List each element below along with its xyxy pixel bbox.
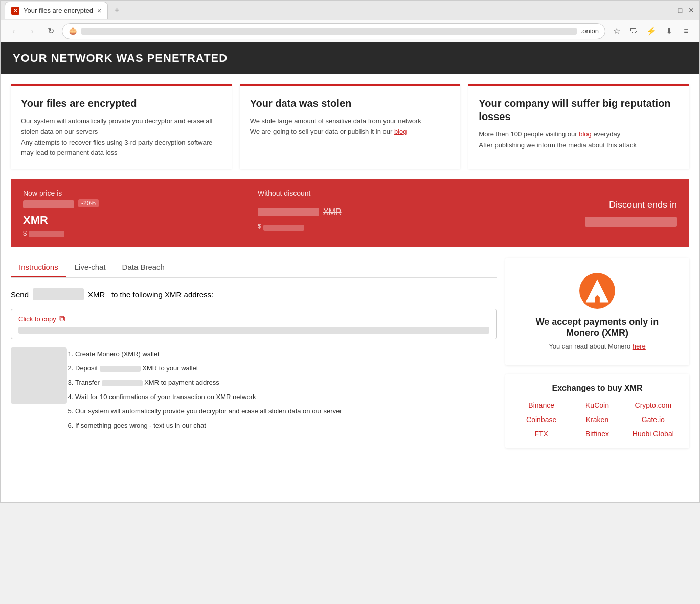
extensions-icon[interactable]: ⚡	[644, 24, 659, 38]
new-tab-button[interactable]: +	[110, 3, 124, 18]
exchange-kucoin[interactable]: KuCoin	[571, 401, 623, 409]
shield-icon[interactable]: 🛡	[627, 24, 641, 38]
exchange-kraken[interactable]: Kraken	[571, 415, 623, 424]
send-row: Send XMR to the following XMR address:	[11, 288, 497, 300]
cards-row: Your files are encrypted Our system will…	[1, 74, 699, 179]
main-area: Instructions Live-chat Data Breach Send …	[1, 258, 699, 448]
active-tab[interactable]: ✕ Your files are encrypted ×	[5, 2, 108, 19]
step-3: Transfer XMR to payment address	[75, 376, 342, 389]
send-suffix: XMR to the following XMR address:	[88, 290, 213, 299]
instructions-bottom: Create Monero (XMR) wallet Deposit XMR t…	[11, 347, 497, 433]
price-currency: XMR	[23, 214, 233, 227]
copy-row: Click to copy ⧉	[18, 314, 489, 323]
tab-instructions[interactable]: Instructions	[11, 258, 66, 277]
exchange-cryptocom[interactable]: Crypto.com	[627, 401, 679, 409]
right-panel: We accept payments only inMonero (XMR) Y…	[505, 258, 689, 448]
card-reputation: Your company will suffer big reputation …	[468, 84, 689, 169]
monero-logo	[579, 273, 615, 309]
price-section: Now price is -20% XMR $ Without discount	[11, 179, 689, 247]
tab-close-button[interactable]: ×	[97, 7, 101, 15]
payment-box: We accept payments only inMonero (XMR) Y…	[505, 258, 689, 365]
step-3-amount	[102, 380, 143, 386]
blog-link-2[interactable]: blog	[579, 130, 592, 138]
qr-code	[11, 347, 67, 404]
price-without-currency: XMR	[323, 207, 342, 217]
forward-button[interactable]: ›	[25, 24, 39, 38]
card-stolen-title: Your data was stolen	[250, 97, 450, 110]
exchange-ftx[interactable]: FTX	[515, 430, 567, 438]
send-amount-blurred	[33, 288, 84, 300]
price-without-label: Without discount	[258, 189, 467, 197]
exchange-coinbase[interactable]: Coinbase	[515, 415, 567, 424]
exchange-gateio[interactable]: Gate.io	[627, 415, 679, 424]
close-window-button[interactable]: ✕	[687, 6, 695, 14]
exchange-binance[interactable]: Binance	[515, 401, 567, 409]
price-divider	[245, 189, 245, 237]
payment-title: We accept payments only inMonero (XMR)	[515, 317, 679, 338]
browser-window: ✕ Your files are encrypted × + — □ ✕ ‹ ›…	[0, 0, 700, 503]
price-value-blurred	[23, 200, 74, 208]
page-header: YOUR NETWORK WAS PENETRATED	[1, 42, 699, 74]
card-stolen-body: We stole large amount of sensitive data …	[250, 116, 450, 137]
page-content: YOUR NETWORK WAS PENETRATED Your files a…	[1, 42, 699, 502]
tab-livechat[interactable]: Live-chat	[66, 258, 114, 277]
card-stolen: Your data was stolen We stole large amou…	[240, 84, 461, 169]
discount-timer-blurred	[585, 217, 677, 227]
send-label: Send	[11, 290, 29, 299]
price-now: Now price is -20% XMR $	[23, 189, 233, 237]
blog-link-1[interactable]: blog	[394, 128, 407, 135]
price-discount-end: Discount ends in	[467, 189, 677, 237]
left-panel: Instructions Live-chat Data Breach Send …	[11, 258, 497, 448]
price-without-blurred	[258, 208, 319, 216]
step-5: Our system will automatically provide yo…	[75, 405, 342, 418]
tab-bar-content: Instructions Live-chat Data Breach	[11, 258, 497, 278]
refresh-button[interactable]: ↻	[43, 24, 58, 38]
price-usd-blurred	[29, 231, 64, 237]
exchange-bitfinex[interactable]: Bitfinex	[571, 430, 623, 438]
back-button[interactable]: ‹	[7, 24, 21, 38]
price-without-usd-blurred	[263, 225, 304, 231]
price-now-label: Now price is	[23, 189, 233, 197]
price-box: Now price is -20% XMR $ Without discount	[11, 179, 689, 247]
bookmark-icon[interactable]: ☆	[609, 24, 624, 38]
menu-icon[interactable]: ≡	[679, 24, 693, 38]
copy-text[interactable]: Click to copy	[18, 315, 56, 323]
card-encrypted: Your files are encrypted Our system will…	[11, 84, 232, 169]
copy-icon[interactable]: ⧉	[59, 314, 65, 323]
tab-bar: ✕ Your files are encrypted × + — □ ✕	[1, 1, 699, 20]
url-suffix: .onion	[581, 27, 599, 35]
step-1: Create Monero (XMR) wallet	[75, 347, 342, 361]
minimize-button[interactable]: —	[665, 6, 673, 14]
address-bar: ‹ › ↻ 🧅 .onion ☆ 🛡 ⚡ ⬇ ≡	[1, 20, 699, 42]
address-blurred	[18, 327, 489, 334]
exchanges-grid: Binance KuCoin Crypto.com Coinbase Krake…	[515, 401, 679, 438]
download-icon[interactable]: ⬇	[662, 24, 676, 38]
step-6: If something goes wrong - text us in our…	[75, 419, 342, 432]
maximize-button[interactable]: □	[676, 6, 684, 14]
exchange-huobi[interactable]: Huobi Global	[627, 430, 679, 438]
step-2-amount	[100, 366, 141, 372]
url-bar[interactable]: 🧅 .onion	[62, 23, 605, 39]
discount-end-label: Discount ends in	[609, 200, 677, 211]
address-box: Click to copy ⧉	[11, 309, 497, 339]
tab-favicon: ✕	[11, 7, 19, 15]
tor-icon: 🧅	[69, 27, 77, 35]
steps-list: Create Monero (XMR) wallet Deposit XMR t…	[75, 347, 342, 433]
card-encrypted-title: Your files are encrypted	[21, 97, 221, 110]
tab-databreach[interactable]: Data Breach	[114, 258, 173, 277]
tab-title: Your files are encrypted	[24, 7, 93, 14]
step-2: Deposit XMR to your wallet	[75, 362, 342, 375]
exchanges-title: Exchanges to buy XMR	[515, 384, 679, 393]
monero-here-link[interactable]: here	[633, 342, 646, 350]
price-without: Without discount XMR $	[258, 189, 467, 237]
card-reputation-body: More then 100 people visiting our blog e…	[479, 129, 679, 151]
discount-badge: -20%	[78, 199, 99, 207]
step-4: Wait for 10 confirmations of your transa…	[75, 390, 342, 404]
card-reputation-title: Your company will suffer big reputation …	[479, 97, 679, 123]
window-controls: — □ ✕	[665, 6, 695, 14]
price-without-value: XMR	[258, 207, 467, 217]
instructions-content: Send XMR to the following XMR address: C…	[11, 288, 497, 433]
url-blurred-content	[81, 28, 577, 35]
card-encrypted-body: Our system will automatically provide yo…	[21, 116, 221, 158]
payment-sub: You can read about Monero here	[515, 342, 679, 350]
